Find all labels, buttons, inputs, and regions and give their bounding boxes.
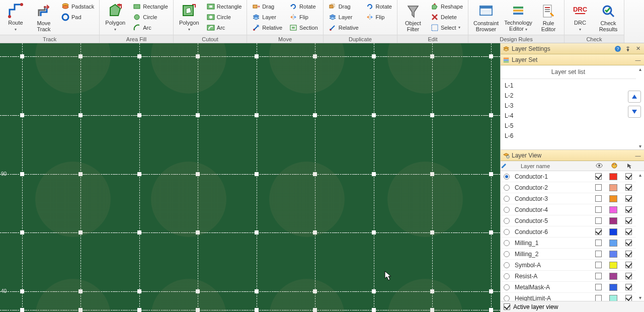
cutout-circle-button[interactable]: Circle: [205, 12, 244, 22]
layer-row[interactable]: Conductor-5: [501, 215, 636, 226]
layer-row[interactable]: Resist-A: [501, 271, 636, 282]
layer-selectable-checkbox[interactable]: [625, 217, 632, 224]
layer-visible-checkbox[interactable]: [595, 240, 602, 246]
padstack-button[interactable]: Padstack: [59, 1, 96, 12]
layer-selectable-checkbox[interactable]: [625, 251, 632, 257]
layer-row[interactable]: Conductor-2: [501, 182, 636, 193]
layer-set-item[interactable]: L-6: [501, 131, 616, 141]
layer-selectable-checkbox[interactable]: [625, 273, 632, 279]
layer-set-item[interactable]: L-5: [501, 121, 616, 131]
areafill-arc-button[interactable]: Arc: [131, 22, 170, 33]
dup-layer-button[interactable]: Layer: [327, 12, 361, 22]
help-button[interactable]: ?: [614, 45, 622, 53]
layer-color-swatch[interactable]: [609, 184, 617, 191]
move-down-button[interactable]: [628, 106, 641, 118]
rule-editor-button[interactable]: Rule Editor: [536, 1, 561, 33]
layer-row[interactable]: Conductor-4: [501, 204, 636, 215]
layer-active-radio[interactable]: [504, 229, 510, 235]
layer-color-swatch[interactable]: [609, 262, 617, 269]
pin-button[interactable]: [624, 45, 632, 53]
layer-color-swatch[interactable]: [609, 240, 617, 247]
layer-active-radio[interactable]: [504, 251, 510, 257]
layer-row[interactable]: Conductor-6: [501, 226, 636, 238]
active-layer-view-checkbox[interactable]: [504, 303, 510, 310]
layer-color-swatch[interactable]: [609, 228, 617, 236]
layer-visible-checkbox[interactable]: [595, 262, 602, 268]
layer-selectable-checkbox[interactable]: [625, 284, 632, 290]
move-relative-button[interactable]: Relative: [250, 22, 284, 33]
layer-color-swatch[interactable]: [609, 251, 617, 258]
layer-color-swatch[interactable]: [609, 173, 617, 180]
layerview-scrollbar[interactable]: ▴ ▾: [636, 171, 644, 301]
layer-row[interactable]: MetalMask-A: [501, 282, 636, 293]
layer-active-radio[interactable]: [504, 196, 510, 202]
layer-selectable-checkbox[interactable]: [625, 195, 632, 202]
move-drag-button[interactable]: Drag: [250, 1, 284, 12]
layer-selectable-checkbox[interactable]: [625, 240, 632, 246]
layer-active-radio[interactable]: [504, 240, 510, 246]
cutout-rectangle-button[interactable]: Rectangle: [205, 1, 244, 12]
layer-color-swatch[interactable]: [609, 195, 617, 202]
dup-flip-button[interactable]: Flip: [364, 12, 394, 22]
layer-visible-checkbox[interactable]: [595, 251, 602, 257]
layer-set-item[interactable]: L-4: [501, 111, 616, 121]
layer-visible-checkbox[interactable]: [595, 295, 602, 301]
scroll-up-icon[interactable]: ▴: [636, 171, 643, 178]
scroll-down-icon[interactable]: ▾: [636, 142, 643, 149]
constraint-browser-button[interactable]: Constraint Browser: [471, 1, 501, 33]
layer-row[interactable]: Milling_2: [501, 249, 636, 260]
collapse-layerview-button[interactable]: —: [634, 151, 642, 160]
layer-selectable-checkbox[interactable]: [625, 206, 632, 213]
layer-active-radio[interactable]: [504, 174, 510, 180]
scroll-down-icon[interactable]: ▾: [636, 294, 643, 301]
layer-visible-checkbox[interactable]: [595, 195, 602, 202]
layer-row[interactable]: Milling_1: [501, 238, 636, 249]
check-results-button[interactable]: Check Results: [596, 1, 621, 33]
move-section-button[interactable]: Section: [287, 22, 320, 33]
route-button[interactable]: Route▾: [3, 1, 28, 33]
layer-row[interactable]: HeightLimit-A: [501, 293, 636, 301]
layer-active-radio[interactable]: [504, 218, 510, 224]
move-rotate-button[interactable]: Rotate: [287, 1, 320, 12]
layer-color-swatch[interactable]: [609, 217, 617, 224]
layer-set-item[interactable]: L-1: [501, 81, 616, 91]
delete-button[interactable]: Delete: [429, 12, 465, 22]
move-track-button[interactable]: Move Track: [31, 1, 56, 33]
layer-selectable-checkbox[interactable]: [625, 173, 632, 180]
areafill-circle-button[interactable]: Circle: [131, 12, 170, 22]
layer-visible-checkbox[interactable]: [595, 217, 602, 224]
layer-row[interactable]: Conductor-3: [501, 193, 636, 204]
dup-rotate-button[interactable]: Rotate: [364, 1, 394, 12]
layer-selectable-checkbox[interactable]: [625, 184, 632, 191]
reshape-button[interactable]: Reshape: [429, 1, 465, 12]
layer-visible-checkbox[interactable]: [595, 273, 602, 279]
layer-visible-checkbox[interactable]: [595, 284, 602, 290]
cutout-polygon-button[interactable]: Polygon▾: [177, 1, 202, 33]
dup-relative-button[interactable]: Relative: [327, 22, 361, 33]
layer-set-header[interactable]: Layer Set —: [501, 54, 644, 65]
layer-active-radio[interactable]: [504, 295, 510, 301]
layer-visible-checkbox[interactable]: [595, 228, 602, 235]
layer-set-item[interactable]: L-2: [501, 91, 616, 101]
layer-active-radio[interactable]: [504, 273, 510, 279]
layer-active-radio[interactable]: [504, 185, 510, 191]
object-filter-button[interactable]: Object Filter: [400, 1, 426, 33]
layer-active-radio[interactable]: [504, 284, 510, 290]
cutout-arc-button[interactable]: Arc: [205, 22, 244, 33]
pad-button[interactable]: Pad: [59, 12, 96, 22]
layer-color-swatch[interactable]: [609, 273, 617, 280]
move-flip-button[interactable]: Flip: [287, 12, 320, 22]
move-layer-button[interactable]: Layer: [250, 12, 284, 22]
layer-set-item[interactable]: L-3: [501, 101, 616, 111]
layer-visible-checkbox[interactable]: [595, 184, 602, 191]
layer-visible-checkbox[interactable]: [595, 173, 602, 180]
close-panel-button[interactable]: ✕: [634, 45, 642, 53]
pcb-canvas[interactable]: 9040: [0, 43, 500, 312]
dup-drag-button[interactable]: Drag: [327, 1, 361, 12]
layer-selectable-checkbox[interactable]: [625, 262, 632, 268]
layer-active-radio[interactable]: [504, 262, 510, 268]
areafill-polygon-button[interactable]: Polygon▾: [103, 1, 128, 33]
layer-color-swatch[interactable]: [609, 284, 617, 291]
scroll-up-icon[interactable]: ▴: [636, 65, 643, 72]
move-up-button[interactable]: [628, 91, 641, 103]
